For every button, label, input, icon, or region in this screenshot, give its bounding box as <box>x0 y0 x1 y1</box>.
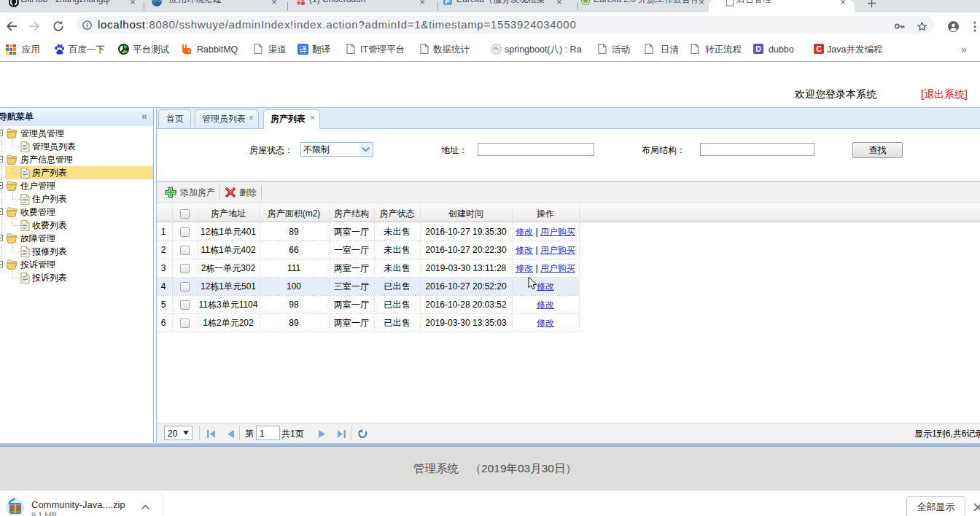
svg-text:C: C <box>816 44 822 53</box>
svg-text:译: 译 <box>299 45 307 54</box>
svg-text:D: D <box>755 44 761 53</box>
